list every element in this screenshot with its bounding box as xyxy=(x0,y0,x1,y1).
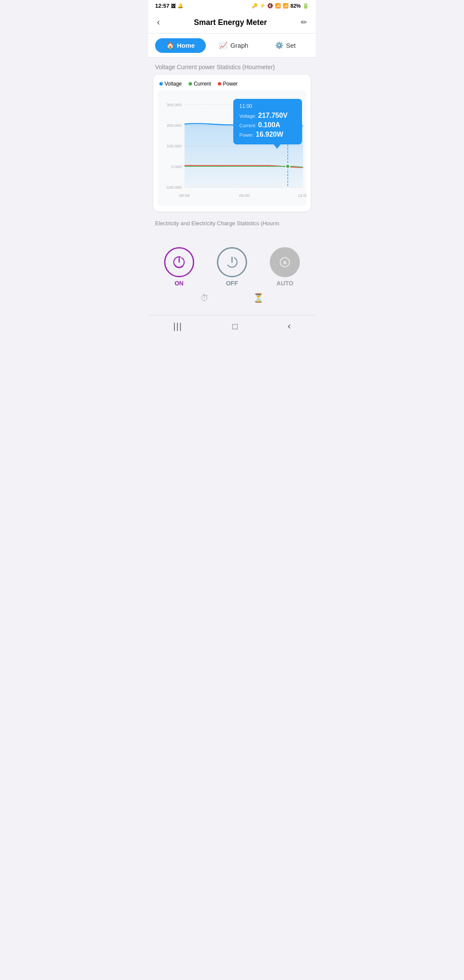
on-button-wrap: ON xyxy=(164,247,194,287)
tab-home-label: Home xyxy=(177,42,195,49)
back-button[interactable]: ‹ xyxy=(157,17,160,28)
legend-voltage: Voltage xyxy=(159,81,182,87)
svg-text:0.000: 0.000 xyxy=(171,164,182,169)
auto-label: AUTO xyxy=(277,280,293,287)
off-button-wrap: OFF xyxy=(217,247,247,287)
auto-icon: ∧ xyxy=(277,254,293,270)
power-label: Power xyxy=(223,81,238,87)
tab-graph[interactable]: 📈 Graph xyxy=(210,38,257,53)
hourglass-icon[interactable]: ⏳ xyxy=(253,293,264,303)
battery-display: 82% xyxy=(290,3,301,9)
legend-power: Power xyxy=(218,81,238,87)
chart2-section-title: Electricity and Electricity Charge Stati… xyxy=(153,216,311,228)
power-dot xyxy=(218,82,221,86)
sub-icons-row: ⏱ ⏳ xyxy=(153,289,311,306)
current-dot xyxy=(189,82,192,86)
header: ‹ Smart Energy Meter ✏ xyxy=(148,12,316,34)
svg-text:100.000: 100.000 xyxy=(167,144,182,148)
graph-icon: 📈 xyxy=(219,41,228,49)
svg-text:06:00: 06:00 xyxy=(239,193,250,198)
chart1-legend: Voltage Current Power xyxy=(158,81,306,90)
status-bar: 12:57 🖼 🔔 🔑 ⚡ 🔇 📶 📶 82% 🔋 xyxy=(148,0,316,12)
auto-button-wrap: ∧ AUTO xyxy=(270,247,300,287)
edit-button[interactable]: ✏ xyxy=(301,18,307,27)
off-label: OFF xyxy=(226,280,238,287)
svg-text:00:00: 00:00 xyxy=(179,193,189,198)
wifi-icon: 📶 xyxy=(275,3,281,9)
on-label: ON xyxy=(174,280,183,287)
mute-icon: 🔇 xyxy=(267,3,273,9)
recents-button[interactable]: ||| xyxy=(173,322,183,331)
svg-text:300.000: 300.000 xyxy=(167,102,182,107)
page-title: Smart Energy Meter xyxy=(194,18,267,27)
home-nav-button[interactable]: □ xyxy=(232,322,238,331)
nav-tabs: 🏠 Home 📈 Graph ⚙️ Set xyxy=(148,34,316,58)
bluetooth-icon: ⚡ xyxy=(259,3,266,9)
status-icons: 🔑 ⚡ 🔇 📶 📶 82% 🔋 xyxy=(252,3,309,9)
svg-point-16 xyxy=(286,164,290,168)
svg-text:12:00: 12:00 xyxy=(298,193,306,198)
bottom-nav: ||| □ ‹ xyxy=(148,315,316,340)
chart1-container: 300.000 200.000 100.000 0.000 -100.000 0… xyxy=(158,90,306,207)
on-button[interactable] xyxy=(164,247,194,277)
power-buttons-row: ON OFF ∧ AUTO xyxy=(153,243,311,289)
current-label: Current xyxy=(194,81,211,87)
timer-icon[interactable]: ⏱ xyxy=(200,293,209,303)
voltage-label: Voltage xyxy=(165,81,182,87)
svg-text:-100.000: -100.000 xyxy=(165,185,182,190)
on-power-icon xyxy=(171,254,187,270)
battery-icon: 🔋 xyxy=(302,3,309,9)
bottom-controls: ON OFF ∧ AUTO ⏱ ⏳ xyxy=(148,234,316,311)
signal-icon: 📶 xyxy=(283,3,289,9)
chart1-svg: 300.000 200.000 100.000 0.000 -100.000 0… xyxy=(158,90,306,206)
off-power-icon xyxy=(224,254,240,270)
settings-icon: ⚙️ xyxy=(275,41,284,49)
key-icon: 🔑 xyxy=(252,3,258,9)
off-button[interactable] xyxy=(217,247,247,277)
back-nav-button[interactable]: ‹ xyxy=(288,321,291,332)
auto-button[interactable]: ∧ xyxy=(270,247,300,277)
svg-text:∧: ∧ xyxy=(283,260,287,266)
time-display: 12:57 xyxy=(155,3,169,9)
home-icon: 🏠 xyxy=(166,42,174,49)
content-area: Voltage Current power Statistics (Hourme… xyxy=(148,58,316,234)
voltage-dot xyxy=(159,82,163,86)
tab-graph-label: Graph xyxy=(230,42,248,49)
legend-current: Current xyxy=(189,81,211,87)
svg-point-15 xyxy=(286,124,290,128)
tab-home[interactable]: 🏠 Home xyxy=(155,38,206,53)
svg-text:200.000: 200.000 xyxy=(167,123,182,128)
chart1-section-title: Voltage Current power Statistics (Hourme… xyxy=(153,64,311,70)
tab-settings[interactable]: ⚙️ Set xyxy=(262,38,309,53)
tab-set-label: Set xyxy=(286,42,296,49)
chart1-card: Voltage Current Power 300.000 200.000 10… xyxy=(153,75,311,211)
status-time: 12:57 🖼 🔔 xyxy=(155,3,183,9)
